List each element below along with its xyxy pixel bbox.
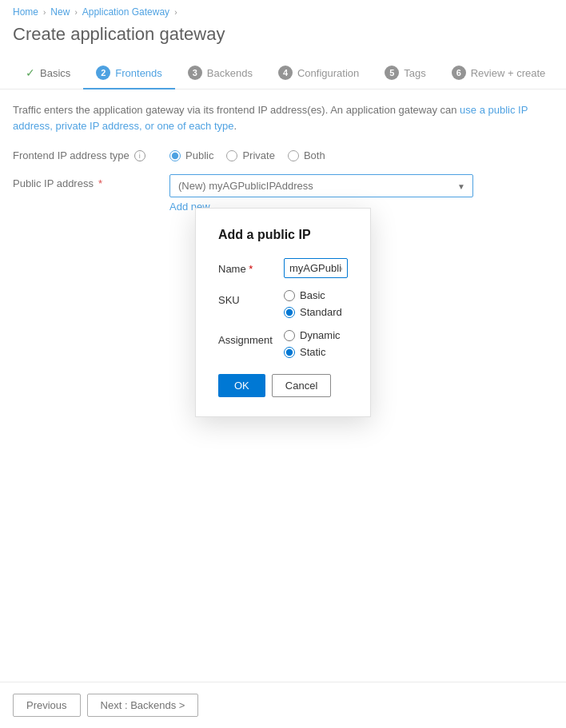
sku-standard-option[interactable]: Standard xyxy=(284,306,342,318)
modal-name-input[interactable] xyxy=(284,258,348,278)
sku-basic-label: Basic xyxy=(300,289,325,301)
modal-title: Add a public IP xyxy=(218,228,348,242)
modal-actions: OK Cancel xyxy=(218,374,348,397)
modal-assignment-field: Assignment Dynamic Static xyxy=(218,329,348,358)
modal-assignment-label: Assignment xyxy=(218,329,274,346)
sku-basic-radio[interactable] xyxy=(284,290,295,301)
sku-basic-option[interactable]: Basic xyxy=(284,289,342,301)
assignment-static-radio[interactable] xyxy=(284,347,295,358)
modal-sku-field: SKU Basic Standard xyxy=(218,289,348,318)
modal-name-label: Name * xyxy=(218,258,274,275)
assignment-static-option[interactable]: Static xyxy=(284,346,341,358)
assignment-dynamic-label: Dynamic xyxy=(300,329,341,341)
modal-ok-button[interactable]: OK xyxy=(218,374,265,397)
modal-name-field: Name * xyxy=(218,258,348,278)
modal-sku-label: SKU xyxy=(218,289,274,306)
assignment-dynamic-radio[interactable] xyxy=(284,330,295,341)
modal-name-required: * xyxy=(249,263,253,275)
add-public-ip-modal: Add a public IP Name * SKU Basic Standar… xyxy=(195,208,371,417)
assignment-dynamic-option[interactable]: Dynamic xyxy=(284,329,341,341)
assignment-static-label: Static xyxy=(300,346,326,358)
modal-assignment-radio-group: Dynamic Static xyxy=(284,329,341,358)
modal-overlay: Add a public IP Name * SKU Basic Standar… xyxy=(0,0,566,728)
modal-sku-radio-group: Basic Standard xyxy=(284,289,342,318)
modal-cancel-button[interactable]: Cancel xyxy=(272,374,331,397)
sku-standard-radio[interactable] xyxy=(284,307,295,318)
sku-standard-label: Standard xyxy=(300,306,342,318)
